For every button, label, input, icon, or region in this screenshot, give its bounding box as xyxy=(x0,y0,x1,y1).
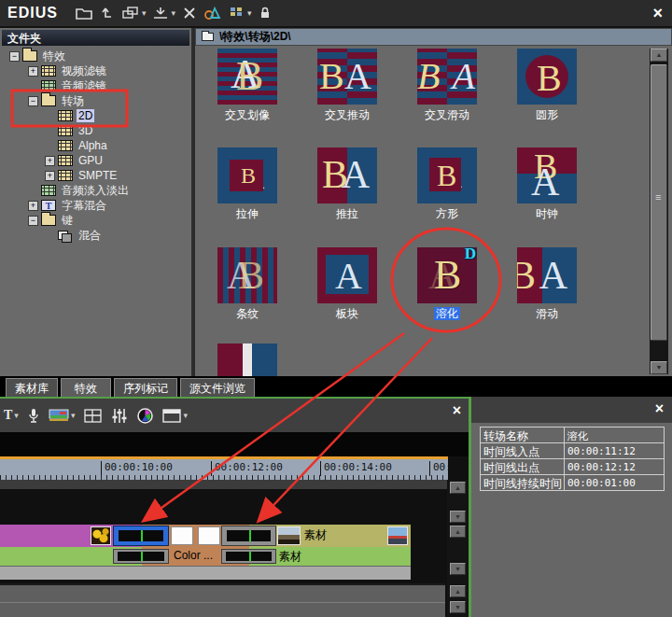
scroll-up-button[interactable]: ▲ xyxy=(651,49,667,62)
tree-item-blend[interactable]: 混合 xyxy=(0,228,191,243)
scroll-down-button[interactable]: ▼ xyxy=(450,563,466,575)
effect-item[interactable] xyxy=(201,344,294,376)
clip-thumbnail xyxy=(91,526,111,545)
effect-item[interactable]: AB交叉划像 xyxy=(201,49,294,123)
transition-dissolve[interactable] xyxy=(221,526,276,546)
collapse-icon[interactable] xyxy=(9,51,20,62)
mixer-icon[interactable] xyxy=(111,408,128,424)
dropdown-arrow-icon[interactable]: ▾ xyxy=(171,8,175,18)
tree-item-alpha[interactable]: Alpha xyxy=(0,138,191,153)
move-up-icon[interactable] xyxy=(100,6,115,21)
clip-label: 素材 xyxy=(304,527,327,543)
effect-item[interactable]: AB条纹 xyxy=(201,247,294,322)
effect-category-icon xyxy=(58,140,73,151)
effect-item[interactable]: B圆形 xyxy=(500,49,594,123)
effect-category-icon xyxy=(41,65,56,77)
clip-white-frame[interactable] xyxy=(171,526,193,545)
duplicate-folder-icon[interactable]: ▾ xyxy=(121,6,147,21)
scroll-up-button[interactable]: ▲ xyxy=(450,585,466,597)
timecode-ruler[interactable]: 00:00:10:00 00:00:12:00 00:00:14:00 00:0… xyxy=(0,459,448,480)
tree-item-label: 特效 xyxy=(41,49,67,64)
scroll-down-button[interactable]: ▼ xyxy=(450,601,466,613)
expand-icon[interactable] xyxy=(28,66,38,77)
effect-item[interactable]: BA交叉滑动 xyxy=(400,49,494,123)
transition-info-table: 转场名称 溶化 时间线入点 00:00:11:12 时间线出点 00:00:12… xyxy=(480,427,665,491)
timeline-toolbar: T▾ ▾ ▾ × xyxy=(0,399,469,432)
expand-icon[interactable] xyxy=(45,171,55,181)
lock-icon[interactable] xyxy=(259,6,272,21)
tree-item-key[interactable]: 键 xyxy=(0,213,191,228)
title-tool-icon[interactable]: T▾ xyxy=(4,408,19,423)
tree-item-label: Alpha xyxy=(77,139,109,152)
dropdown-arrow-icon[interactable]: ▾ xyxy=(247,8,252,18)
transition-dissolve-selected[interactable] xyxy=(113,526,169,546)
close-icon[interactable]: × xyxy=(655,400,664,417)
delete-icon[interactable] xyxy=(182,6,197,21)
effect-thumbnail: AB xyxy=(417,147,477,203)
app-logo: EDIUS xyxy=(7,5,58,21)
clip-label: 素材 xyxy=(279,549,301,565)
view-grid-icon[interactable]: ▾ xyxy=(229,6,252,21)
folder-icon xyxy=(202,33,214,41)
tree-item-transitions[interactable]: 转场 xyxy=(0,93,191,108)
scroll-down-button[interactable]: ▼ xyxy=(450,511,466,523)
info-value: 溶化 xyxy=(565,428,665,442)
voiceover-mic-icon[interactable] xyxy=(28,408,39,424)
tree-item-audio-fade[interactable]: 音频淡入淡出 xyxy=(0,183,191,198)
expand-icon[interactable] xyxy=(28,201,38,211)
dropdown-arrow-icon[interactable]: ▾ xyxy=(142,8,147,18)
title-bar: EDIUS ▾ ▾ ▾ × xyxy=(0,0,672,28)
timecode-label: 00:00:10:00 xyxy=(101,461,173,476)
close-icon[interactable]: × xyxy=(453,402,461,419)
track-area: 素材 Color ... 素材 xyxy=(0,489,469,617)
effect-item[interactable]: BA时钟 xyxy=(500,147,594,222)
scroll-down-button[interactable]: ▼ xyxy=(651,361,667,374)
effect-thumbnail: BA xyxy=(517,247,577,303)
title-effect-icon xyxy=(41,200,56,211)
scroll-up-button[interactable]: ▲ xyxy=(450,526,466,538)
window-layout-icon[interactable]: ▾ xyxy=(162,409,188,423)
color-match-icon[interactable] xyxy=(203,6,222,21)
info-value: 00:00:12:12 xyxy=(565,459,665,474)
tree-item-gpu[interactable]: GPU xyxy=(0,153,191,168)
effect-item[interactable]: AB方形 xyxy=(400,147,494,222)
close-icon[interactable]: × xyxy=(652,5,663,21)
tree-item-label: GPU xyxy=(77,154,105,167)
open-folder-icon[interactable] xyxy=(75,6,93,21)
expand-icon[interactable] xyxy=(45,156,55,166)
transition-dissolve[interactable] xyxy=(221,549,276,564)
tree-item-smpte[interactable]: SMPTE xyxy=(0,168,191,183)
table-row: 时间线入点 00:00:11:12 xyxy=(481,443,665,459)
effect-category-icon xyxy=(58,110,73,121)
scrollbar-thumb[interactable] xyxy=(651,64,667,341)
scrollbar-vertical[interactable]: ▲ ▼ xyxy=(650,49,668,374)
tree-item-video-filters[interactable]: 视频滤镜 xyxy=(0,63,191,78)
tree-item-audio-filters[interactable]: 音频滤镜 xyxy=(0,78,191,93)
transition-dissolve[interactable] xyxy=(113,549,169,564)
effect-item[interactable]: BA推拉 xyxy=(301,147,394,222)
tree-item-3d[interactable]: 3D xyxy=(0,123,191,138)
color-wheel-icon[interactable] xyxy=(137,408,153,424)
tree-item-label: SMPTE xyxy=(77,169,119,182)
layout-grid-icon[interactable] xyxy=(84,409,102,423)
tree-item-effects[interactable]: 特效 xyxy=(0,49,191,63)
scroll-up-button[interactable]: ▲ xyxy=(450,482,466,494)
collapse-icon[interactable] xyxy=(28,216,38,226)
clip-white-frame[interactable] xyxy=(198,526,220,545)
effect-item[interactable]: AB拉伸 xyxy=(201,147,294,222)
import-icon[interactable]: ▾ xyxy=(152,6,175,21)
effect-item[interactable]: BA滑动 xyxy=(500,247,594,322)
path-bar: \特效\转场\2D\ xyxy=(195,28,672,46)
collapse-icon[interactable] xyxy=(28,96,38,106)
tree-item-title-mix[interactable]: 字幕混合 xyxy=(0,198,191,213)
effect-thumbnail: BA xyxy=(517,147,577,203)
tree-item-2d[interactable]: 2D xyxy=(0,108,191,123)
table-row: 时间线持续时间 00:00:01:00 xyxy=(481,475,665,491)
clip-thumbnail xyxy=(387,526,408,545)
monitor-mode-icon[interactable]: ▾ xyxy=(49,408,76,423)
info-label: 时间线出点 xyxy=(481,459,565,474)
effect-item[interactable]: BA交叉推动 xyxy=(301,49,394,123)
effect-item-dissolve[interactable]: ABD溶化 xyxy=(400,247,494,322)
effect-thumbnail xyxy=(217,344,277,376)
effect-item[interactable]: A板块 xyxy=(301,247,394,322)
